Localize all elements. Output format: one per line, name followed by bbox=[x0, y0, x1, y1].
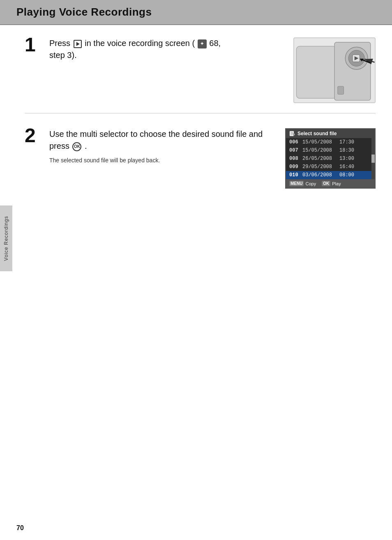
svg-rect-1 bbox=[296, 46, 337, 99]
lcd-num-009: 009 bbox=[289, 164, 302, 170]
step-1-text-middle: in the voice recording screen ( bbox=[85, 39, 195, 48]
step-1-text-end: step 3). bbox=[49, 51, 77, 60]
step-1-text-block: Press in the voice recording screen ( ✦ … bbox=[49, 37, 293, 65]
lcd-screen: Select sound file 006 15/05/2008 17:30 0… bbox=[285, 128, 376, 189]
svg-rect-11 bbox=[338, 86, 344, 95]
step-1-row: 1 Press in the voice recording screen ( … bbox=[25, 37, 376, 113]
play-button-icon bbox=[74, 40, 82, 48]
main-content: 1 Press in the voice recording screen ( … bbox=[0, 25, 392, 226]
svg-rect-15 bbox=[291, 134, 292, 135]
step-1-number: 1 bbox=[25, 35, 49, 55]
step-1-main-text: Press in the voice recording screen ( ✦ … bbox=[49, 37, 285, 61]
lcd-time-007: 18:30 bbox=[339, 148, 356, 153]
page-header: Playing Voice Recordings bbox=[0, 0, 392, 25]
step-2-text-period: . bbox=[85, 141, 87, 150]
lcd-scrollbar-thumb bbox=[371, 155, 375, 163]
step-1-text-prefix: Press bbox=[49, 39, 70, 48]
lcd-footer-play: Play bbox=[332, 181, 341, 186]
lcd-footer: MENU Copy OK Play bbox=[286, 179, 375, 188]
lcd-num-008: 008 bbox=[289, 156, 302, 162]
side-tab-label: Voice Recordings bbox=[3, 216, 9, 261]
lcd-footer-copy: Copy bbox=[305, 181, 316, 186]
lcd-row-008: 008 26/05/2008 13:00 bbox=[286, 155, 375, 163]
side-tab: Voice Recordings bbox=[0, 205, 12, 271]
ok-button-icon: OK bbox=[72, 142, 81, 151]
step-2-number: 2 bbox=[25, 126, 49, 145]
lcd-body: 006 15/05/2008 17:30 007 15/05/2008 18:3… bbox=[286, 138, 375, 179]
page-ref-icon: ✦ bbox=[198, 39, 207, 48]
lcd-row-010: 010 03/06/2008 08:00 bbox=[286, 171, 375, 179]
lcd-row-009: 009 29/05/2008 16:40 bbox=[286, 163, 375, 171]
lcd-date-009: 29/05/2008 bbox=[302, 164, 339, 170]
camera-image bbox=[293, 37, 376, 103]
lcd-time-008: 13:00 bbox=[339, 156, 356, 162]
step-2-sub-text: The selected sound file will be played b… bbox=[49, 156, 277, 165]
lcd-num-007: 007 bbox=[289, 148, 302, 153]
lcd-scrollbar bbox=[371, 138, 375, 179]
step-2-text-side: Use the multi selector to choose the des… bbox=[49, 128, 277, 165]
step-2-row: 2 Use the multi selector to choose the d… bbox=[25, 128, 376, 198]
step-2-content: Use the multi selector to choose the des… bbox=[49, 128, 376, 189]
step-1-text-ref: 68, bbox=[209, 39, 221, 48]
ok-label: OK bbox=[322, 181, 330, 186]
svg-point-16 bbox=[293, 134, 295, 136]
sound-file-icon bbox=[289, 131, 295, 136]
menu-label: MENU bbox=[289, 181, 304, 186]
page-number: 70 bbox=[16, 524, 24, 532]
lcd-time-010: 08:00 bbox=[339, 172, 356, 178]
lcd-time-009: 16:40 bbox=[339, 164, 356, 170]
lcd-date-006: 15/05/2008 bbox=[302, 139, 339, 145]
page-title: Playing Voice Recordings bbox=[16, 6, 152, 18]
lcd-row-007: 007 15/05/2008 18:30 bbox=[286, 146, 375, 155]
step-2-main-text: Use the multi selector to choose the des… bbox=[49, 128, 277, 152]
lcd-time-006: 17:30 bbox=[339, 139, 356, 145]
lcd-date-010: 03/06/2008 bbox=[302, 172, 339, 178]
lcd-date-008: 26/05/2008 bbox=[302, 156, 339, 162]
svg-rect-14 bbox=[291, 133, 293, 134]
lcd-date-007: 15/05/2008 bbox=[302, 148, 339, 153]
lcd-header-label: Select sound file bbox=[297, 131, 337, 136]
lcd-num-006: 006 bbox=[289, 139, 302, 145]
lcd-header: Select sound file bbox=[286, 129, 375, 138]
svg-rect-13 bbox=[291, 132, 293, 133]
lcd-num-010: 010 bbox=[289, 172, 302, 178]
lcd-row-006: 006 15/05/2008 17:30 bbox=[286, 138, 375, 146]
